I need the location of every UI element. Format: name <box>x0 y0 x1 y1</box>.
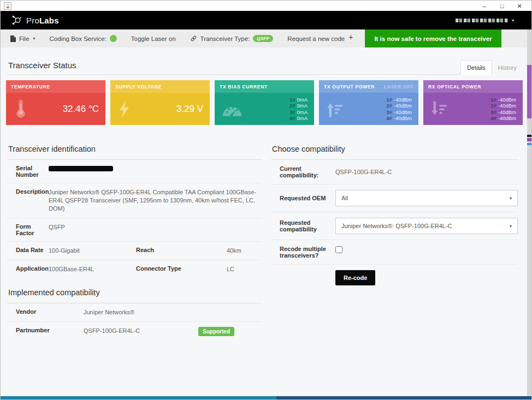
molecule-icon <box>11 15 22 25</box>
titlebar: – □ ✕ <box>1 1 531 11</box>
description-label: Description <box>7 188 49 195</box>
partnumber-label: Partnumber <box>7 327 84 333</box>
form-factor-value: QSFP <box>49 223 262 231</box>
table-row: Vendor Juniper Networks® <box>7 303 262 321</box>
channel-row: 1#0mA <box>289 97 308 103</box>
channel-row: 1#-40dBm <box>386 97 412 103</box>
status-header: Transceiver Status Details History <box>7 53 523 75</box>
bottom-bar-right-segment <box>276 396 531 399</box>
arrow-up-bars-icon <box>326 100 344 118</box>
choose-compatibility-section: Choose compatibility Current compatibili… <box>271 145 518 291</box>
file-label: File <box>19 35 29 42</box>
file-menu[interactable]: File ▾ <box>10 29 36 47</box>
table-row: Re-code <box>271 264 518 291</box>
transceiver-identification-section: Transceiver identification Serial Number… <box>7 145 262 341</box>
table-row: Requested compatibility Juniper Networks… <box>271 212 518 240</box>
requested-compatibility-select[interactable]: Juniper Networks®: QSFP-100G-ER4L-C ▾ <box>335 218 518 234</box>
section-title: Transceiver identification <box>7 145 262 160</box>
edge-artifact <box>527 65 531 118</box>
toggle-laser[interactable]: Toggle Laser on <box>131 29 176 47</box>
coding-box-label: Coding Box Service: <box>50 35 107 42</box>
transceiver-type[interactable]: Transceiver Type: QSFP <box>190 29 274 47</box>
channel-row: 2#0mA <box>289 103 308 109</box>
chevron-down-icon: ▾ <box>33 36 36 41</box>
form-factor-label: Form Factor <box>7 223 49 236</box>
channel-values: 1#-40dBm 2#-40dBm 3#-40dBm 4#-40dBm <box>490 97 516 122</box>
edge-artifact <box>527 143 531 145</box>
card-title: TX OUTPUT POWER LASER:OFF <box>319 80 418 93</box>
arrow-down-bars-icon <box>430 100 448 118</box>
transceiver-type-badge: QSFP <box>253 35 273 42</box>
toggle-laser-label: Toggle Laser on <box>131 35 176 42</box>
table-row: Current compatibility: QSFP-100G-ER4L-C <box>271 160 518 184</box>
partnumber-value: QSFP-100G-ER4L-C <box>84 327 198 335</box>
divider <box>7 74 480 75</box>
file-icon <box>10 35 16 42</box>
table-row: Partnumber QSFP-100G-ER4L-C Supported <box>7 321 262 341</box>
status-tabs: Details History <box>460 60 523 75</box>
user-menu[interactable]: ▾ <box>456 18 514 23</box>
temperature-value: 32.46 °C <box>63 104 99 115</box>
close-icon[interactable]: ✕ <box>511 1 528 11</box>
implemented-compatibility-section: Implemented compatibility Vendor Juniper… <box>7 288 262 341</box>
vendor-label: Vendor <box>7 308 84 315</box>
gauge-icon <box>221 100 243 118</box>
rx-optical-power-card: RX OPTICAL POWER 1#-40dBm 2#-40dBm 3#-40… <box>423 80 523 125</box>
chevron-down-icon: ▾ <box>510 196 512 201</box>
channel-row: 2#-40dBm <box>386 103 412 109</box>
section-title: Implemented compatibility <box>7 288 262 303</box>
brand-pro: Pro <box>26 16 39 25</box>
channel-row: 2#-40dBm <box>490 103 516 109</box>
channel-row: 4#0mA <box>289 115 308 122</box>
card-title: RX OPTICAL POWER <box>423 80 523 93</box>
serial-number-redacted <box>49 166 113 171</box>
channel-row: 3#-40dBm <box>386 109 412 116</box>
status-cards: TEMPERATURE 32.46 °C SUPPLY VOLTAGE 3.29… <box>6 80 523 125</box>
banner-text: It is now safe to remove the transceiver <box>374 35 492 42</box>
channel-values: 1#-40dBm 2#-40dBm 3#-40dBm 4#-40dBm <box>386 97 412 122</box>
channel-row: 1#-40dBm <box>490 97 516 103</box>
vendor-value: Juniper Networks® <box>84 308 198 317</box>
recode-multiple-checkbox[interactable] <box>335 246 342 253</box>
minimize-icon[interactable]: – <box>476 1 493 11</box>
tx-bias-current-card: TX BIAS CURRENT 1#0mA 2#0mA 3#0mA <box>215 80 314 125</box>
bottom-progress-bar <box>1 396 531 399</box>
requested-oem-selected-value: All <box>341 195 348 201</box>
application-label: Application <box>7 265 49 272</box>
page-title: Transceiver Status <box>8 61 76 70</box>
window-controls: – □ ✕ <box>476 1 528 11</box>
requested-oem-select[interactable]: All ▾ <box>335 190 518 206</box>
brand-labs: Labs <box>39 16 59 25</box>
current-compatibility-value: QSFP-100G-ER4L-C <box>335 168 518 176</box>
table-row: Form Factor QSFP <box>7 218 262 241</box>
requested-oem-label: Requested OEM <box>271 195 335 201</box>
table-row: Application 100GBase-ER4L Connector Type… <box>7 260 262 278</box>
reach-label: Reach <box>136 247 227 253</box>
edge-artifact <box>527 138 531 141</box>
tab-details[interactable]: Details <box>460 60 492 75</box>
lightning-icon <box>117 99 132 119</box>
supported-badge: Supported <box>198 327 234 336</box>
card-title: SUPPLY VOLTAGE <box>110 80 210 93</box>
data-rate-value: 100-Gigabit <box>49 247 136 255</box>
temperature-card: TEMPERATURE 32.46 °C <box>6 80 105 125</box>
laser-off-note: LASER:OFF <box>384 84 413 89</box>
application-value: 100GBase-ER4L <box>49 265 136 273</box>
tx-output-power-card: TX OUTPUT POWER LASER:OFF 1#-40dBm 2#-40… <box>319 80 418 125</box>
recode-button[interactable]: Re-code <box>335 270 375 285</box>
thermometer-icon <box>13 99 29 120</box>
coding-box-service[interactable]: Coding Box Service: <box>50 29 117 47</box>
safe-to-remove-banner: It is now safe to remove the transceiver <box>365 29 501 47</box>
maximize-icon[interactable]: □ <box>493 1 511 11</box>
channel-row: 3#-40dBm <box>490 109 516 116</box>
channel-row: 3#0mA <box>289 109 308 116</box>
bottom-bar-left-segment <box>1 396 276 399</box>
channel-values: 1#0mA 2#0mA 3#0mA 4#0mA <box>289 97 308 122</box>
connector-type-value: LC <box>227 265 262 273</box>
table-row: Recode multiple transceivers? <box>271 240 518 264</box>
card-title: TEMPERATURE <box>6 80 105 93</box>
plus-icon: + <box>348 33 353 41</box>
request-new-code[interactable]: Request a new code + <box>287 29 353 47</box>
tab-history[interactable]: History <box>492 61 523 75</box>
card-title: TX BIAS CURRENT <box>215 80 314 93</box>
